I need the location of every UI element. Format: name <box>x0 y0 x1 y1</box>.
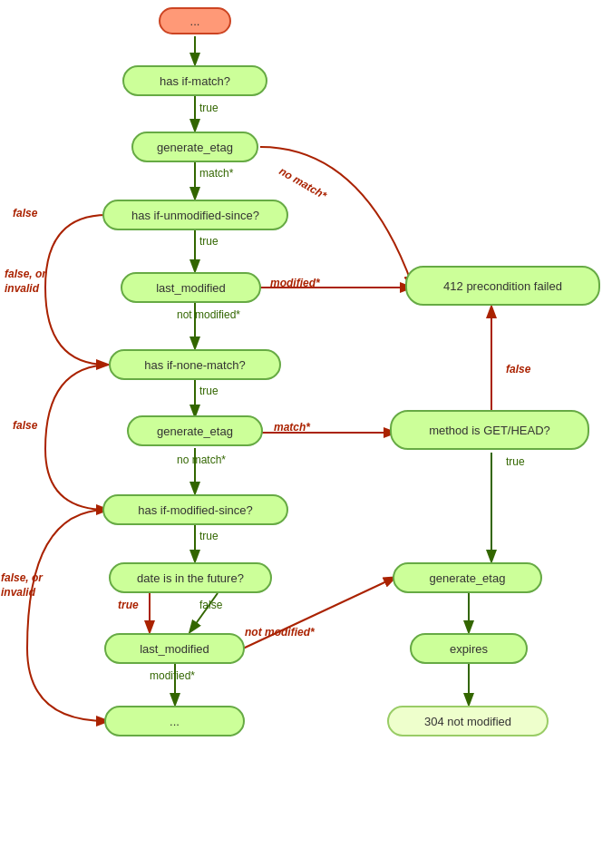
match-star2-label: match* <box>274 421 310 434</box>
true-method-label: true <box>506 455 525 468</box>
not-modified-star2-label: not modified* <box>245 626 315 639</box>
has-if-none-match-node: has if-none-match? <box>109 349 281 380</box>
no-match-star2-label: no match* <box>177 454 226 466</box>
not-modified-node: 304 not modified <box>387 706 549 736</box>
ellipsis-node: ... <box>104 706 245 736</box>
generate-etag2-node: generate_etag <box>127 415 263 446</box>
modified-star1-label: modified* <box>270 277 320 289</box>
not-modified-star1-label: not modified* <box>177 308 240 321</box>
true-ifnonematch-label: true <box>199 385 219 397</box>
true-future-label: true <box>118 599 139 611</box>
false-ifnonematch-label: false <box>13 419 37 432</box>
match-star1-label: match* <box>199 167 233 180</box>
method-get-head-node: method is GET/HEAD? <box>390 410 589 450</box>
true-ifmod-label: true <box>199 530 219 542</box>
true-ifmatch-label: true <box>199 102 219 114</box>
false-invalid2-label: false, orinvalid <box>1 571 43 600</box>
has-if-match-node: has if-match? <box>122 65 267 96</box>
precondition-failed-node: 412 precondition failed <box>405 266 600 306</box>
last-modified1-node: last_modified <box>121 272 261 303</box>
has-if-unmodified-node: has if-unmodified-since? <box>102 200 288 230</box>
generate-etag1-node: generate_etag <box>131 132 258 162</box>
false-method-label: false <box>506 363 530 375</box>
date-future-node: date is in the future? <box>109 562 272 593</box>
expires-node: expires <box>410 633 528 664</box>
start-node: ... <box>159 7 231 34</box>
false-ifmatch-label: false <box>13 207 37 219</box>
false-invalid1-label: false, orinvalid <box>5 268 46 296</box>
generate-etag3-node: generate_etag <box>393 562 542 593</box>
has-if-modified-node: has if-modified-since? <box>102 494 288 525</box>
last-modified2-node: last_modified <box>104 633 245 664</box>
modified-star2-label: modified* <box>150 669 195 682</box>
false-future-label: false <box>199 599 222 611</box>
true-ifunmod-label: true <box>199 235 219 248</box>
